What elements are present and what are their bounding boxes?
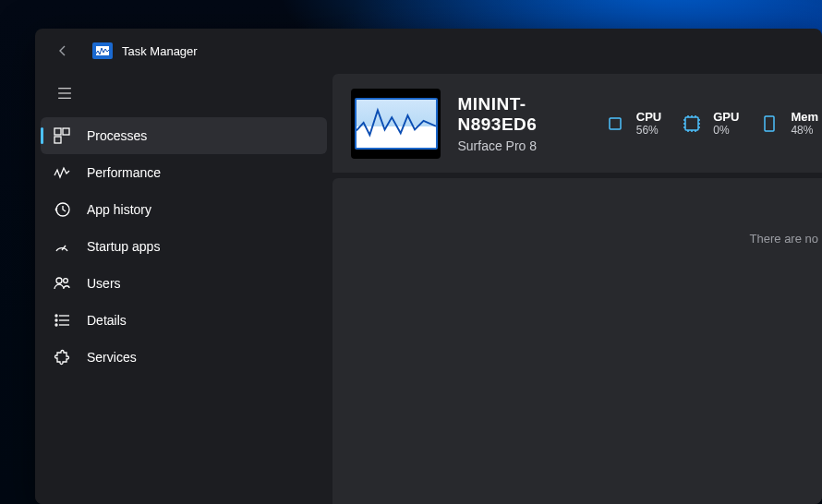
back-button[interactable] [52, 40, 74, 62]
sidebar: Processes Performance App history [35, 73, 332, 504]
stat-value: 48% [791, 124, 818, 137]
system-icon [351, 89, 441, 159]
sidebar-item-label: Details [87, 313, 127, 328]
svg-rect-16 [610, 118, 621, 129]
sidebar-item-services[interactable]: Services [35, 339, 332, 376]
wave-icon [54, 164, 70, 181]
svg-rect-5 [54, 137, 61, 143]
svg-point-8 [56, 278, 62, 283]
host-info: MININT-N893ED6 Surface Pro 8 [457, 94, 586, 153]
sidebar-item-label: Services [87, 350, 137, 365]
sidebar-item-details[interactable]: Details [35, 302, 332, 339]
sidebar-nav: Processes Performance App history [35, 117, 332, 376]
app-title: Task Manager [122, 44, 198, 58]
process-list-area: There are no [332, 178, 822, 504]
svg-point-14 [55, 324, 57, 326]
svg-point-9 [64, 279, 68, 283]
sidebar-item-app-history[interactable]: App history [35, 191, 332, 228]
hamburger-button[interactable] [42, 73, 87, 114]
sidebar-item-label: Startup apps [87, 239, 160, 254]
sidebar-item-performance[interactable]: Performance [35, 154, 332, 191]
sidebar-item-label: Performance [87, 165, 161, 180]
app-icon [92, 42, 113, 59]
stat-label: Mem [791, 110, 818, 124]
svg-point-12 [55, 319, 57, 321]
cpu-icon [603, 112, 627, 136]
gpu-icon [680, 112, 704, 136]
content: MININT-N893ED6 Surface Pro 8 CPU 56% [332, 73, 822, 504]
sidebar-item-label: Processes [87, 128, 147, 143]
sidebar-item-startup-apps[interactable]: Startup apps [35, 228, 332, 265]
task-manager-window: Task Manager Processes [35, 29, 822, 504]
titlebar: Task Manager [35, 29, 822, 73]
svg-rect-3 [54, 128, 61, 135]
sidebar-item-label: Users [87, 276, 121, 291]
app-identity: Task Manager [92, 42, 198, 59]
stats-row: CPU 56% [603, 110, 822, 137]
sidebar-item-users[interactable]: Users [35, 265, 332, 302]
hostname: MININT-N893ED6 [457, 94, 586, 135]
gauge-icon [54, 238, 70, 255]
grid-icon [54, 127, 70, 144]
sidebar-item-processes[interactable]: Processes [41, 117, 327, 154]
stat-label: GPU [713, 110, 739, 124]
empty-state-text: There are no [750, 232, 818, 246]
svg-rect-4 [63, 128, 69, 135]
system-header: MININT-N893ED6 Surface Pro 8 CPU 56% [332, 74, 822, 173]
svg-rect-17 [685, 117, 698, 130]
stat-value: 0% [713, 124, 739, 137]
history-icon [54, 201, 70, 218]
list-icon [54, 312, 70, 329]
stat-gpu[interactable]: GPU 0% [680, 110, 739, 137]
stat-value: 56% [636, 124, 661, 137]
device-model: Surface Pro 8 [457, 138, 586, 153]
stat-label: CPU [636, 110, 661, 124]
svg-point-10 [55, 315, 57, 317]
puzzle-icon [54, 349, 70, 366]
svg-rect-30 [765, 116, 774, 131]
memory-icon [757, 112, 781, 136]
users-icon [54, 275, 70, 292]
stat-memory[interactable]: Mem 48% [757, 110, 818, 137]
sidebar-item-label: App history [87, 202, 151, 217]
stat-cpu[interactable]: CPU 56% [603, 110, 661, 137]
